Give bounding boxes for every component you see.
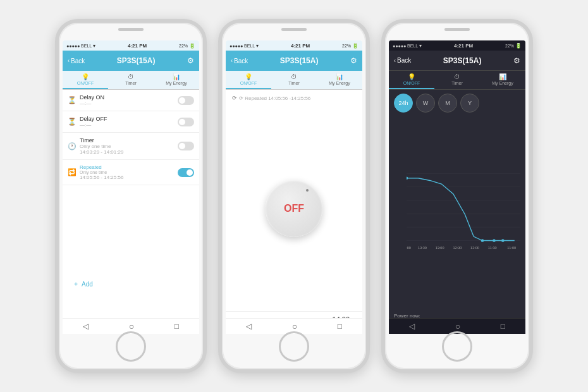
back-button-3[interactable]: ‹ Back — [394, 57, 411, 64]
delay-on-toggle[interactable] — [178, 96, 194, 105]
delay-on-row: ⏳ Delay ON —:— — [63, 90, 199, 111]
nav-bar-1: ◁ ○ □ — [63, 318, 199, 334]
tab-timer-label-3: Timer — [451, 81, 463, 85]
tab-timer-2[interactable]: ⏱ Timer — [271, 71, 317, 89]
delay-off-left: ⏳ Delay OFF —:— — [68, 116, 107, 128]
chevron-icon-2: ‹ — [231, 58, 233, 64]
nav-bar-3: ◁ ○ □ — [389, 318, 525, 334]
tab-energy-label-1: My Energy — [166, 81, 187, 85]
carrier-1: ●●●●● BELL — [66, 44, 92, 48]
tab-timer-1[interactable]: ⏱ Timer — [108, 71, 154, 89]
wifi-icon-3: ▾ — [419, 43, 422, 49]
delay-on-value: —:— — [80, 101, 104, 106]
gear-icon-3[interactable]: ⚙ — [513, 56, 520, 65]
nav-recent-3[interactable]: □ — [501, 322, 505, 331]
back-button-2[interactable]: ‹ Back — [231, 58, 248, 64]
tab-onoff-1[interactable]: 💡 ON/OFF — [63, 71, 108, 89]
delay-off-toggle[interactable] — [178, 118, 194, 126]
repeated-value: 14:05:56 - 14:25:56 — [80, 175, 123, 180]
status-bar-2: ●●●●● BELL ▾ 4:21 PM 22% 🔋 — [226, 40, 362, 51]
chevron-icon-3: ‹ — [394, 58, 396, 64]
back-label-3: Back — [397, 57, 411, 64]
tab-timer-icon-1: ⏱ — [128, 73, 134, 80]
tab-timer-icon-2: ⏱ — [291, 73, 297, 80]
repeated-left: 🔁 Repeated Only one time 14:05:56 - 14:2… — [68, 164, 123, 180]
battery-1: 22% — [179, 44, 188, 48]
tab-onoff-icon-2: 💡 — [245, 73, 252, 80]
status-left-2: ●●●●● BELL ▾ — [230, 43, 259, 49]
repeated-toggle[interactable] — [178, 168, 194, 177]
gear-icon-1[interactable]: ⚙ — [187, 56, 194, 65]
back-button-1[interactable]: ‹ Back — [68, 58, 85, 64]
timer-info: Timer Only one time 14:03:29 - 14:01:29 — [80, 137, 123, 155]
repeated-info: Repeated Only one time 14:05:56 - 14:25:… — [80, 164, 123, 180]
tab-onoff-label-1: ON/OFF — [77, 81, 94, 85]
off-text: OFF — [284, 203, 304, 214]
tab-onoff-label-2: ON/OFF — [240, 81, 257, 85]
period-tabs: 24h W M Y — [389, 90, 525, 116]
battery-icon-3: 🔋 — [515, 43, 522, 49]
phone-3-screen: ●●●●● BELL ▾ 4:21 PM 22% 🔋 ‹ Back SP3S(1… — [389, 40, 525, 331]
delay-off-value: —:— — [80, 122, 107, 128]
time-3: 4:21 PM — [454, 43, 473, 49]
tab-onoff-2[interactable]: 💡 ON/OFF — [226, 71, 271, 89]
battery-2: 22% — [342, 44, 351, 48]
tab-energy-icon-2: 📊 — [336, 73, 343, 80]
delay-on-icon: ⏳ — [68, 96, 77, 104]
battery-icon-2: 🔋 — [352, 43, 358, 49]
tab-timer-label-1: Timer — [125, 81, 137, 85]
tab-onoff-3[interactable]: 💡 ON/OFF — [389, 71, 434, 89]
timer-toggle[interactable] — [178, 142, 194, 150]
battery-3: 22% — [505, 44, 514, 48]
period-month[interactable]: M — [438, 94, 457, 113]
timer-value: 14:03:29 - 14:01:29 — [80, 149, 123, 155]
nav-back-2[interactable]: ◁ — [246, 322, 252, 331]
nav-recent-1[interactable]: □ — [175, 322, 179, 331]
repeated-row: 🔁 Repeated Only one time 14:05:56 - 14:2… — [63, 160, 199, 185]
status-left-1: ●●●●● BELL ▾ — [66, 43, 95, 49]
wifi-icon-1: ▾ — [93, 43, 95, 49]
svg-text:14:00: 14:00 — [407, 246, 411, 250]
content-area-1: ⏳ Delay ON —:— ⏳ Delay OFF —:— — [63, 90, 199, 331]
timer-left: 🕐 Timer Only one time 14:03:29 - 14:01:2… — [68, 137, 123, 155]
status-right-2: 22% 🔋 — [342, 43, 358, 49]
add-button-1[interactable]: ＋ Add — [66, 274, 99, 293]
off-dot — [306, 189, 309, 192]
off-button-container: OFF — [266, 106, 322, 311]
header-title-1: SP3S(15A) — [117, 56, 156, 65]
timer-row: 🕐 Timer Only one time 14:03:29 - 14:01:2… — [63, 133, 199, 160]
phone2-content: ⟳ ⟳ Repeated 14:05:56 -14:25:56 OFF 🖼 Hi… — [226, 90, 362, 331]
nav-home-3[interactable]: ○ — [455, 321, 460, 331]
nav-back-3[interactable]: ◁ — [409, 322, 415, 331]
tab-onoff-icon-1: 💡 — [82, 73, 89, 80]
repeated-icon: 🔁 — [68, 168, 77, 176]
period-24h[interactable]: 24h — [394, 94, 413, 113]
tab-energy-3[interactable]: 📊 My Energy — [480, 71, 525, 89]
period-week[interactable]: W — [416, 94, 435, 113]
chevron-icon-1: ‹ — [68, 58, 70, 64]
nav-back-1[interactable]: ◁ — [83, 322, 89, 331]
delay-off-label: Delay OFF — [80, 116, 107, 122]
wifi-icon-2: ▾ — [256, 43, 259, 49]
off-button[interactable]: OFF — [266, 180, 322, 237]
tab-energy-1[interactable]: 📊 My Energy — [154, 71, 199, 89]
status-bar-3: ●●●●● BELL ▾ 4:21 PM 22% 🔋 — [389, 40, 525, 51]
energy-chart: 7.55 6.04 4.53 3.02 1.51 0.00 W — [407, 119, 520, 310]
nav-home-2[interactable]: ○ — [292, 321, 297, 331]
battery-icon-1: 🔋 — [189, 43, 195, 49]
svg-text:13:30: 13:30 — [418, 246, 427, 250]
nav-recent-2[interactable]: □ — [338, 322, 342, 331]
period-year[interactable]: Y — [460, 94, 479, 113]
tab-energy-label-3: My Energy — [492, 81, 513, 85]
tab-energy-2[interactable]: 📊 My Energy — [317, 71, 362, 89]
nav-home-1[interactable]: ○ — [129, 321, 134, 331]
tab-timer-3[interactable]: ⏱ Timer — [434, 71, 480, 89]
time-1: 4:21 PM — [128, 43, 147, 49]
phone-1: ●●●●● BELL ▾ 4:21 PM 22% 🔋 ‹ Back SP3S(1… — [55, 19, 207, 373]
tab-energy-label-2: My Energy — [329, 81, 350, 85]
svg-point-16 — [501, 239, 505, 242]
tab-bar-3: 💡 ON/OFF ⏱ Timer 📊 My Energy — [389, 71, 525, 90]
svg-text:12:00: 12:00 — [470, 246, 479, 250]
status-right-3: 22% 🔋 — [505, 43, 522, 49]
gear-icon-2[interactable]: ⚙ — [350, 56, 357, 65]
